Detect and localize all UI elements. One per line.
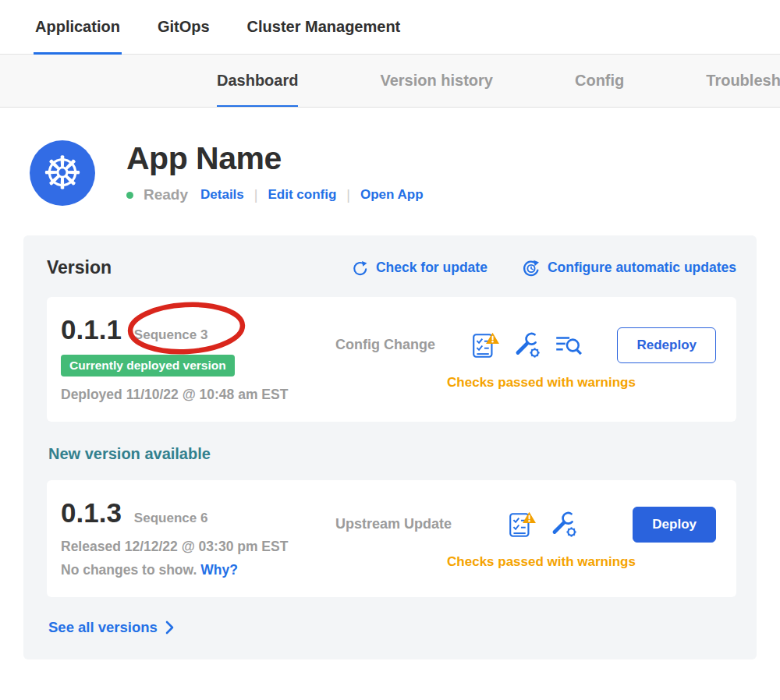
new-version-number: 0.1.3 [61, 497, 122, 529]
kubernetes-logo-icon: ☸ [30, 140, 95, 206]
app-header: ☸ App Name Ready Details | Edit config |… [0, 108, 780, 206]
current-version-card: 0.1.1 Sequence 3 Currently deployed vers… [47, 297, 736, 422]
current-version-sequence: Sequence 3 [134, 327, 208, 343]
tab-version-history[interactable]: Version history [380, 55, 493, 107]
checks-status: Checks passed with warnings [335, 375, 716, 391]
configure-auto-updates-button[interactable]: Configure automatic updates [522, 259, 736, 278]
deployed-timestamp: Deployed 11/10/22 @ 10:48 am EST [61, 387, 335, 403]
checks-status: Checks passed with warnings [335, 554, 716, 570]
tab-cluster-management[interactable]: Cluster Management [247, 0, 401, 54]
app-status: Ready [144, 186, 188, 203]
preflight-checks-icon[interactable] [470, 331, 500, 360]
tab-config[interactable]: Config [575, 55, 624, 107]
released-timestamp: Released 12/12/22 @ 03:30 pm EST [61, 539, 335, 555]
config-tools-icon[interactable] [548, 510, 578, 539]
change-type-label: Upstream Update [335, 516, 452, 532]
new-version-card: 0.1.3 Sequence 6 Released 12/12/22 @ 03:… [47, 480, 736, 597]
change-type-label: Config Change [335, 337, 435, 353]
check-for-update-button[interactable]: Check for update [352, 260, 488, 277]
edit-config-link[interactable]: Edit config [268, 187, 336, 203]
tab-application[interactable]: Application [35, 0, 120, 54]
deploy-button[interactable]: Deploy [633, 507, 716, 543]
app-sub-nav: Dashboard Version history Config Trouble… [0, 55, 780, 108]
view-files-icon[interactable] [553, 331, 583, 360]
no-changes-text: No changes to show. [61, 562, 197, 578]
divider: | [346, 187, 350, 203]
redeploy-button[interactable]: Redeploy [617, 327, 716, 363]
currently-deployed-badge: Currently deployed version [61, 355, 235, 377]
new-version-heading: New version available [48, 445, 736, 463]
refresh-icon [352, 260, 369, 277]
app-name-title: App Name [126, 140, 424, 177]
config-tools-icon[interactable] [512, 331, 541, 360]
details-link[interactable]: Details [200, 187, 244, 203]
tab-dashboard[interactable]: Dashboard [217, 55, 298, 107]
see-all-versions-link[interactable]: See all versions [48, 619, 736, 636]
version-panel: Version Check for update Configure autom… [23, 235, 757, 659]
preflight-checks-icon[interactable] [507, 510, 537, 539]
tab-gitops[interactable]: GitOps [158, 0, 210, 54]
auto-update-clock-icon [522, 259, 541, 278]
version-panel-title: Version [47, 257, 317, 278]
current-version-number: 0.1.1 [61, 314, 122, 345]
primary-nav: Application GitOps Cluster Management [0, 0, 780, 55]
tab-troubleshoot[interactable]: Troubleshoot [706, 55, 780, 107]
why-link[interactable]: Why? [200, 562, 238, 578]
new-version-sequence: Sequence 6 [134, 511, 208, 526]
open-app-link[interactable]: Open App [360, 187, 424, 203]
status-dot-icon [126, 192, 133, 199]
chevron-right-icon [165, 620, 174, 635]
divider: | [254, 187, 258, 203]
